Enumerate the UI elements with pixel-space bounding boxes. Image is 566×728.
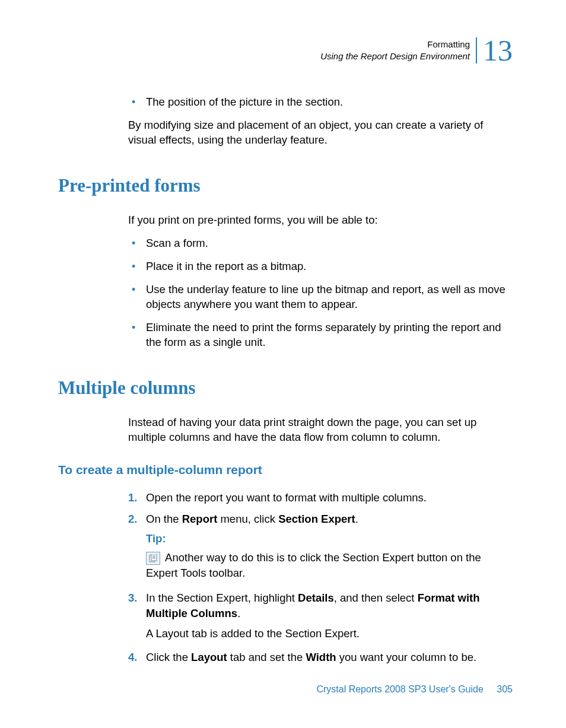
footer-title: Crystal Reports 2008 SP3 User's Guide	[316, 684, 483, 694]
tip-label: Tip:	[146, 531, 513, 546]
step-text: menu, click	[217, 513, 278, 525]
page-footer: Crystal Reports 2008 SP3 User's Guide 30…	[316, 684, 513, 695]
step-text: In the Section Expert, highlight	[146, 592, 298, 604]
bold-section-expert: Section Expert	[278, 513, 355, 525]
header-line2: Using the Report Design Environment	[320, 50, 470, 62]
section-heading-multicol: Multiple columns	[58, 377, 513, 399]
chapter-number: 13	[483, 36, 513, 65]
bold-layout: Layout	[191, 651, 227, 663]
section2-lead: Instead of having your data print straig…	[128, 415, 513, 445]
tip-text: Another way to do this is to click the S…	[146, 551, 481, 579]
section-expert-icon	[146, 552, 160, 565]
header-line1: Formatting	[320, 39, 470, 50]
step-text: Click the	[146, 651, 191, 663]
list-item: Scan a form.	[128, 236, 513, 251]
step-1: Open the report you want to format with …	[128, 490, 513, 506]
bold-report: Report	[182, 513, 218, 525]
step-text: On the	[146, 513, 182, 525]
bold-details: Details	[298, 592, 334, 604]
list-item: Place it in the report as a bitmap.	[128, 259, 513, 274]
step-text: , and then select	[334, 592, 418, 604]
section1-lead: If you print on pre-printed forms, you w…	[128, 213, 513, 228]
list-item: Use the underlay feature to line up the …	[128, 282, 513, 312]
page-number: 305	[497, 684, 513, 694]
page-header: Formatting Using the Report Design Envir…	[58, 36, 513, 65]
step-4: Click the Layout tab and set the Width y…	[128, 650, 513, 665]
step-text: .	[237, 607, 240, 619]
intro-bullet-list: The position of the picture in the secti…	[128, 95, 513, 110]
list-item: Eliminate the need to print the forms se…	[128, 320, 513, 350]
subsection-heading: To create a multiple-column report	[58, 463, 513, 477]
intro-paragraph: By modifying size and placement of an ob…	[128, 118, 513, 148]
step-text: .	[355, 513, 358, 525]
section1-bullets: Scan a form. Place it in the report as a…	[128, 236, 513, 350]
bold-width: Width	[306, 651, 336, 663]
list-item: The position of the picture in the secti…	[128, 95, 513, 110]
step-3: In the Section Expert, highlight Details…	[128, 590, 513, 641]
step-text: you want your column to be.	[336, 651, 477, 663]
header-divider	[476, 37, 477, 63]
step-2: On the Report menu, click Section Expert…	[128, 511, 513, 581]
steps-list: Open the report you want to format with …	[128, 490, 513, 665]
section-heading-preprinted: Pre-printed forms	[58, 175, 513, 196]
header-text: Formatting Using the Report Design Envir…	[320, 39, 470, 63]
step3-after: A Layout tab is added to the Section Exp…	[146, 626, 513, 641]
tip-block: Tip: Another way to do this is to click …	[146, 531, 513, 581]
step-text: tab and set the	[227, 651, 306, 663]
